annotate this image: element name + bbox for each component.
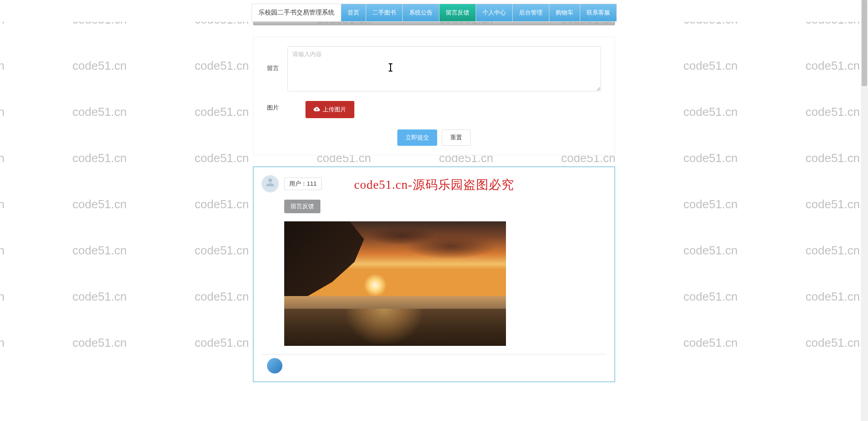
reply-avatar bbox=[267, 358, 282, 373]
message-label: 留言 bbox=[267, 46, 287, 72]
post-feedback-button[interactable]: 留言反馈 bbox=[284, 200, 320, 213]
reset-button[interactable]: 重置 bbox=[442, 129, 471, 146]
app-title: 乐校园二手书交易管理系统 bbox=[252, 4, 341, 22]
submit-button[interactable]: 立即提交 bbox=[397, 129, 437, 146]
cloud-upload-icon bbox=[314, 106, 320, 114]
scrollbar-thumb[interactable] bbox=[862, 0, 867, 86]
nav-button-0[interactable]: 首页 bbox=[341, 4, 366, 22]
nav-button-1[interactable]: 二手图书 bbox=[366, 4, 403, 22]
post-divider bbox=[262, 354, 606, 354]
nav-button-7[interactable]: 联系客服 bbox=[580, 4, 617, 22]
nav-button-2[interactable]: 系统公告 bbox=[403, 4, 439, 22]
avatar bbox=[262, 175, 279, 192]
feedback-form-panel: 留言 图片 上传图片 立即提交 重置 bbox=[253, 37, 615, 155]
upload-image-button[interactable]: 上传图片 bbox=[305, 101, 354, 118]
post-panel: 用户：111 留言反馈 bbox=[253, 167, 615, 382]
nav-button-3[interactable]: 留言反馈 bbox=[439, 4, 476, 22]
reply-row bbox=[267, 358, 606, 373]
top-bar: 乐校园二手书交易管理系统 首页二手图书系统公告留言反馈个人中心后台管理购物车联系… bbox=[0, 0, 868, 22]
post-image bbox=[284, 221, 506, 346]
nav-button-6[interactable]: 购物车 bbox=[549, 4, 580, 22]
nav-container: 首页二手图书系统公告留言反馈个人中心后台管理购物车联系客服 bbox=[341, 4, 617, 22]
grey-divider-bar bbox=[253, 22, 615, 25]
nav-button-5[interactable]: 后台管理 bbox=[513, 4, 549, 22]
user-tag: 用户：111 bbox=[284, 177, 322, 190]
scrollbar-track[interactable] bbox=[861, 0, 868, 421]
user-icon bbox=[264, 177, 276, 191]
message-textarea[interactable] bbox=[287, 46, 601, 91]
nav-button-4[interactable]: 个人中心 bbox=[476, 4, 513, 22]
upload-image-label: 上传图片 bbox=[323, 105, 346, 114]
image-label: 图片 bbox=[267, 101, 287, 112]
